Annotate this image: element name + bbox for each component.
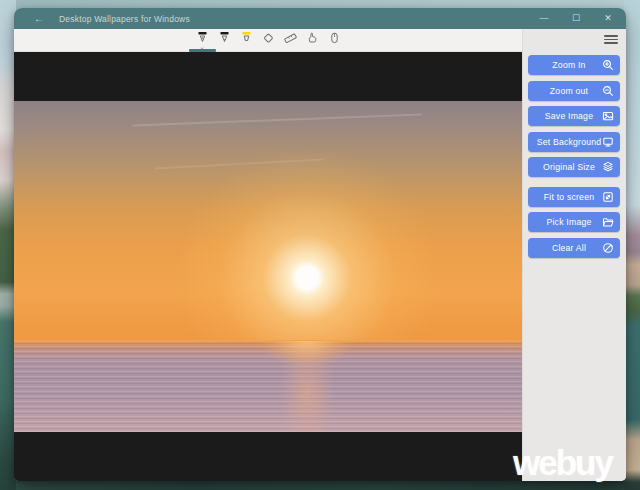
fit-to-screen-button[interactable]: Fit to screen: [528, 187, 620, 207]
clear-all-button[interactable]: Clear All: [528, 238, 620, 258]
sidebar: Zoom InZoom outSave ImageSet BackgroundO…: [522, 29, 626, 481]
set-background-button[interactable]: Set Background: [528, 132, 620, 152]
button-label: Zoom out: [550, 86, 598, 96]
clear-all-icon: [602, 242, 614, 254]
set-background-icon: [602, 136, 614, 148]
sunset-sky: [14, 101, 522, 340]
wallpaper-image: [14, 101, 522, 432]
button-label: Original Size: [543, 162, 605, 172]
ballpoint-pen-icon[interactable]: ⌄: [196, 31, 209, 50]
original-size-button[interactable]: Original Size: [528, 157, 620, 177]
titlebar: ← Desktop Wallpapers for Windows —☐✕: [14, 8, 626, 29]
zoom-out-button[interactable]: Zoom out: [528, 81, 620, 101]
zoom-out-icon: [602, 85, 614, 97]
minimize-button[interactable]: —: [528, 8, 560, 29]
ruler-icon[interactable]: [284, 31, 297, 50]
fit-to-screen-icon: [602, 191, 614, 203]
window-body: ⌄: [14, 29, 626, 481]
webuy-watermark: webuy: [513, 443, 612, 483]
original-size-icon: [602, 161, 614, 173]
button-label: Zoom In: [552, 60, 595, 70]
hamburger-icon[interactable]: [604, 34, 618, 45]
pencil-icon[interactable]: [218, 31, 231, 50]
ink-toolbar: ⌄: [14, 29, 522, 52]
sunset-sea: [14, 340, 522, 432]
touch-input-icon[interactable]: [328, 31, 341, 50]
ink-canvas[interactable]: [14, 52, 522, 481]
highlighter-icon[interactable]: [240, 31, 253, 50]
button-label: Pick Image: [547, 217, 602, 227]
button-label: Set Background: [537, 137, 612, 147]
window-controls: —☐✕: [528, 8, 626, 29]
button-label: Save Image: [545, 111, 603, 121]
window-title: Desktop Wallpapers for Windows: [59, 14, 190, 24]
back-button[interactable]: ←: [31, 13, 47, 24]
ink-tools: ⌄: [196, 29, 341, 50]
pick-image-icon: [602, 216, 614, 228]
touch-writing-icon[interactable]: [306, 31, 319, 50]
button-label: Fit to screen: [544, 192, 604, 202]
contrail: [132, 113, 422, 126]
sidebar-buttons: Zoom InZoom outSave ImageSet BackgroundO…: [528, 55, 620, 263]
zoom-in-button[interactable]: Zoom In: [528, 55, 620, 75]
app-window: ← Desktop Wallpapers for Windows —☐✕ ⌄: [14, 8, 626, 481]
eraser-icon[interactable]: [262, 31, 275, 50]
close-button[interactable]: ✕: [592, 8, 624, 29]
save-image-icon: [602, 110, 614, 122]
main-column: ⌄: [14, 29, 522, 481]
contrail: [154, 159, 324, 169]
desktop-wallpaper-right: [624, 0, 640, 490]
maximize-button[interactable]: ☐: [560, 8, 592, 29]
pick-image-button[interactable]: Pick Image: [528, 212, 620, 232]
button-label: Clear All: [552, 243, 596, 253]
save-image-button[interactable]: Save Image: [528, 106, 620, 126]
zoom-in-icon: [602, 59, 614, 71]
